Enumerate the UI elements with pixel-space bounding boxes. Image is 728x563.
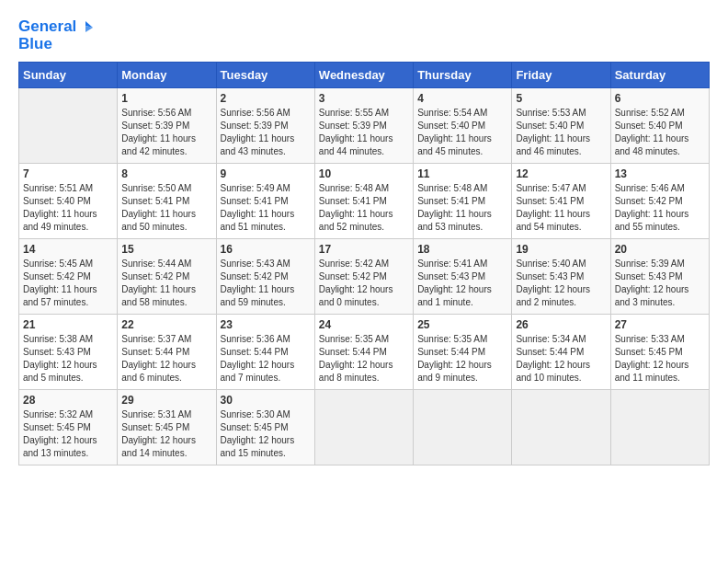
calendar-cell: 21 Sunrise: 5:38 AM Sunset: 5:43 PM Dayl…	[19, 315, 118, 390]
calendar-cell: 10 Sunrise: 5:48 AM Sunset: 5:41 PM Dayl…	[314, 164, 413, 239]
cell-content: Sunrise: 5:38 AM Sunset: 5:43 PM Dayligh…	[23, 333, 113, 385]
calendar-cell: 5 Sunrise: 5:53 AM Sunset: 5:40 PM Dayli…	[512, 88, 610, 164]
week-row-2: 7 Sunrise: 5:51 AM Sunset: 5:40 PM Dayli…	[19, 164, 710, 239]
calendar-cell: 15 Sunrise: 5:44 AM Sunset: 5:42 PM Dayl…	[118, 239, 216, 315]
calendar-cell: 16 Sunrise: 5:43 AM Sunset: 5:42 PM Dayl…	[216, 239, 314, 315]
calendar-cell: 27 Sunrise: 5:33 AM Sunset: 5:45 PM Dayl…	[610, 315, 709, 390]
calendar-cell	[19, 88, 118, 164]
calendar-cell: 17 Sunrise: 5:42 AM Sunset: 5:42 PM Dayl…	[314, 239, 413, 315]
calendar-cell: 18 Sunrise: 5:41 AM Sunset: 5:43 PM Dayl…	[414, 239, 512, 315]
week-row-3: 14 Sunrise: 5:45 AM Sunset: 5:42 PM Dayl…	[19, 239, 710, 315]
day-number: 24	[319, 318, 409, 331]
calendar-cell: 28 Sunrise: 5:32 AM Sunset: 5:45 PM Dayl…	[19, 390, 118, 465]
day-number: 10	[319, 167, 409, 180]
cell-content: Sunrise: 5:42 AM Sunset: 5:42 PM Dayligh…	[319, 258, 409, 309]
cell-content: Sunrise: 5:50 AM Sunset: 5:41 PM Dayligh…	[121, 182, 211, 234]
calendar-cell: 8 Sunrise: 5:50 AM Sunset: 5:41 PM Dayli…	[118, 164, 216, 239]
calendar-cell: 23 Sunrise: 5:36 AM Sunset: 5:44 PM Dayl…	[216, 315, 314, 390]
day-number: 9	[221, 167, 311, 180]
header-tuesday: Tuesday	[216, 63, 314, 88]
day-number: 6	[615, 92, 705, 105]
calendar-table: SundayMondayTuesdayWednesdayThursdayFrid…	[18, 62, 710, 465]
week-row-4: 21 Sunrise: 5:38 AM Sunset: 5:43 PM Dayl…	[19, 315, 710, 390]
header-wednesday: Wednesday	[314, 63, 413, 88]
calendar-cell: 14 Sunrise: 5:45 AM Sunset: 5:42 PM Dayl…	[19, 239, 118, 315]
cell-content: Sunrise: 5:46 AM Sunset: 5:42 PM Dayligh…	[615, 182, 705, 234]
calendar-cell: 6 Sunrise: 5:52 AM Sunset: 5:40 PM Dayli…	[610, 88, 709, 164]
day-number: 30	[221, 394, 311, 407]
calendar-cell: 20 Sunrise: 5:39 AM Sunset: 5:43 PM Dayl…	[610, 239, 709, 315]
cell-content: Sunrise: 5:35 AM Sunset: 5:44 PM Dayligh…	[319, 333, 409, 385]
day-number: 1	[121, 92, 211, 105]
day-number: 15	[121, 243, 211, 256]
cell-content: Sunrise: 5:32 AM Sunset: 5:45 PM Dayligh…	[23, 408, 113, 460]
calendar-cell: 25 Sunrise: 5:35 AM Sunset: 5:44 PM Dayl…	[414, 315, 512, 390]
day-number: 27	[615, 318, 705, 331]
calendar-cell	[512, 390, 610, 465]
cell-content: Sunrise: 5:44 AM Sunset: 5:42 PM Dayligh…	[121, 258, 211, 309]
calendar-cell: 7 Sunrise: 5:51 AM Sunset: 5:40 PM Dayli…	[19, 164, 118, 239]
calendar-cell: 2 Sunrise: 5:56 AM Sunset: 5:39 PM Dayli…	[216, 88, 314, 164]
day-number: 26	[516, 318, 606, 331]
header-monday: Monday	[118, 63, 216, 88]
logo: General Blue	[18, 18, 95, 52]
calendar-cell: 12 Sunrise: 5:47 AM Sunset: 5:41 PM Dayl…	[512, 164, 610, 239]
day-number: 5	[516, 92, 606, 105]
day-number: 18	[417, 243, 507, 256]
day-number: 29	[121, 394, 211, 407]
cell-content: Sunrise: 5:31 AM Sunset: 5:45 PM Dayligh…	[121, 408, 211, 460]
calendar-header-row: SundayMondayTuesdayWednesdayThursdayFrid…	[19, 63, 710, 88]
cell-content: Sunrise: 5:52 AM Sunset: 5:40 PM Dayligh…	[615, 107, 705, 158]
day-number: 14	[23, 243, 113, 256]
day-number: 11	[417, 167, 507, 180]
cell-content: Sunrise: 5:47 AM Sunset: 5:41 PM Dayligh…	[516, 182, 606, 234]
cell-content: Sunrise: 5:40 AM Sunset: 5:43 PM Dayligh…	[516, 258, 606, 309]
day-number: 19	[516, 243, 606, 256]
calendar-cell: 11 Sunrise: 5:48 AM Sunset: 5:41 PM Dayl…	[414, 164, 512, 239]
cell-content: Sunrise: 5:30 AM Sunset: 5:45 PM Dayligh…	[221, 408, 311, 460]
day-number: 22	[121, 318, 211, 331]
cell-content: Sunrise: 5:56 AM Sunset: 5:39 PM Dayligh…	[221, 107, 311, 158]
cell-content: Sunrise: 5:45 AM Sunset: 5:42 PM Dayligh…	[23, 258, 113, 309]
header-friday: Friday	[512, 63, 610, 88]
calendar-body: 1 Sunrise: 5:56 AM Sunset: 5:39 PM Dayli…	[19, 88, 710, 465]
calendar-cell	[610, 390, 709, 465]
day-number: 21	[23, 318, 113, 331]
cell-content: Sunrise: 5:37 AM Sunset: 5:44 PM Dayligh…	[121, 333, 211, 385]
day-number: 23	[221, 318, 311, 331]
day-number: 13	[615, 167, 705, 180]
cell-content: Sunrise: 5:39 AM Sunset: 5:43 PM Dayligh…	[615, 258, 705, 309]
day-number: 12	[516, 167, 606, 180]
cell-content: Sunrise: 5:35 AM Sunset: 5:44 PM Dayligh…	[417, 333, 507, 385]
cell-content: Sunrise: 5:55 AM Sunset: 5:39 PM Dayligh…	[319, 107, 409, 158]
day-number: 2	[221, 92, 311, 105]
header-sunday: Sunday	[19, 63, 118, 88]
calendar-cell: 4 Sunrise: 5:54 AM Sunset: 5:40 PM Dayli…	[414, 88, 512, 164]
day-number: 7	[23, 167, 113, 180]
cell-content: Sunrise: 5:36 AM Sunset: 5:44 PM Dayligh…	[221, 333, 311, 385]
cell-content: Sunrise: 5:51 AM Sunset: 5:40 PM Dayligh…	[23, 182, 113, 234]
cell-content: Sunrise: 5:43 AM Sunset: 5:42 PM Dayligh…	[221, 258, 311, 309]
day-number: 28	[23, 394, 113, 407]
header-thursday: Thursday	[414, 63, 512, 88]
cell-content: Sunrise: 5:56 AM Sunset: 5:39 PM Dayligh…	[121, 107, 211, 158]
calendar-cell	[414, 390, 512, 465]
cell-content: Sunrise: 5:33 AM Sunset: 5:45 PM Dayligh…	[615, 333, 705, 385]
header-saturday: Saturday	[610, 63, 709, 88]
day-number: 4	[417, 92, 507, 105]
cell-content: Sunrise: 5:41 AM Sunset: 5:43 PM Dayligh…	[417, 258, 507, 309]
calendar-cell: 9 Sunrise: 5:49 AM Sunset: 5:41 PM Dayli…	[216, 164, 314, 239]
calendar-cell: 1 Sunrise: 5:56 AM Sunset: 5:39 PM Dayli…	[118, 88, 216, 164]
calendar-cell: 19 Sunrise: 5:40 AM Sunset: 5:43 PM Dayl…	[512, 239, 610, 315]
day-number: 8	[121, 167, 211, 180]
cell-content: Sunrise: 5:53 AM Sunset: 5:40 PM Dayligh…	[516, 107, 606, 158]
cell-content: Sunrise: 5:49 AM Sunset: 5:41 PM Dayligh…	[221, 182, 311, 234]
day-number: 20	[615, 243, 705, 256]
calendar-cell: 26 Sunrise: 5:34 AM Sunset: 5:44 PM Dayl…	[512, 315, 610, 390]
calendar-cell: 30 Sunrise: 5:30 AM Sunset: 5:45 PM Dayl…	[216, 390, 314, 465]
day-number: 17	[319, 243, 409, 256]
cell-content: Sunrise: 5:48 AM Sunset: 5:41 PM Dayligh…	[319, 182, 409, 234]
calendar-cell: 29 Sunrise: 5:31 AM Sunset: 5:45 PM Dayl…	[118, 390, 216, 465]
calendar-cell: 3 Sunrise: 5:55 AM Sunset: 5:39 PM Dayli…	[314, 88, 413, 164]
cell-content: Sunrise: 5:48 AM Sunset: 5:41 PM Dayligh…	[417, 182, 507, 234]
